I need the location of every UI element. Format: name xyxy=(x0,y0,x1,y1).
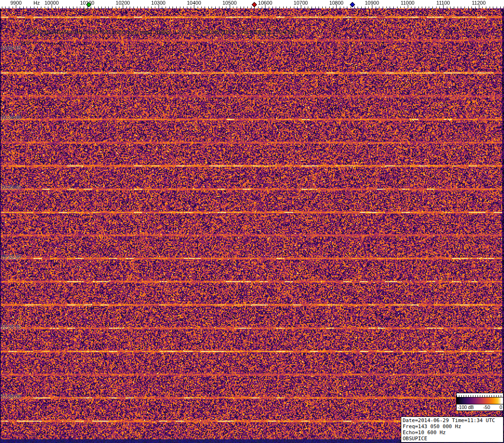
freq-tick-label: 10500 xyxy=(222,0,237,6)
freq-tick-label: 10800 xyxy=(329,0,344,6)
info-date-time: Date=2014-06-29 Time=11:34 UTC xyxy=(403,417,502,423)
time-tick-label: 13:33:30 xyxy=(1,254,21,260)
freq-tick-label: 11000 xyxy=(401,0,415,6)
colorbar-labels: -100 dB -50 0 xyxy=(456,404,504,411)
db-color-scale: -100 dB -50 0 xyxy=(456,393,504,411)
freq-tick-label: 10300 xyxy=(151,0,166,6)
time-tick-label: 13:33:00 xyxy=(1,394,21,399)
meteor-spectrogram-app: 9900100001010010200103001040010500106001… xyxy=(0,0,504,443)
time-tick-label: 13:34:00 xyxy=(1,115,21,120)
info-station-name: OBSUPICE xyxy=(403,436,502,442)
freq-tick-label: 10200 xyxy=(116,0,130,6)
observation-info-box: Date=2014-06-29 Time=11:34 UTC Freq=143 … xyxy=(401,417,504,443)
freq-tick-label: 11100 xyxy=(437,0,450,6)
colorbar-mid-label: -50 xyxy=(484,405,490,410)
colorbar-tick-ruler xyxy=(456,393,504,397)
freq-tick-label: 10700 xyxy=(294,0,308,6)
freq-tick-label: 10400 xyxy=(187,0,201,6)
info-echo-freq: Echo=10 600 Hz xyxy=(403,430,502,436)
time-tick-label: 13:33:15 xyxy=(1,324,21,330)
colorbar-min-label: -100 dB xyxy=(458,405,474,410)
freq-tick-label: 10000 xyxy=(45,0,59,6)
freq-tick-label: 10900 xyxy=(365,0,379,6)
frequency-ruler[interactable]: 9900100001010010200103001040010500106001… xyxy=(0,0,504,8)
info-frequency: Freq=143 050 000 Hz xyxy=(403,423,502,430)
delta-t-label: ^t+16 xyxy=(20,40,31,45)
time-tick-label: 13:33:45 xyxy=(1,185,21,190)
detection-info-text: 20140629113416476 hCnt11 nb-83 f10613 hi… xyxy=(26,30,296,35)
freq-unit-label: Hz xyxy=(33,0,40,6)
waterfall-spectrogram[interactable] xyxy=(0,8,504,443)
freq-tick-label: 9900 xyxy=(10,0,21,6)
freq-tick-label: 10600 xyxy=(258,0,272,6)
freq-tick-label: 11200 xyxy=(472,0,486,6)
colorbar-gradient xyxy=(456,397,504,404)
colorbar-max-label: 0 xyxy=(499,405,502,410)
time-tick-label: 13:34:15 xyxy=(1,45,21,51)
